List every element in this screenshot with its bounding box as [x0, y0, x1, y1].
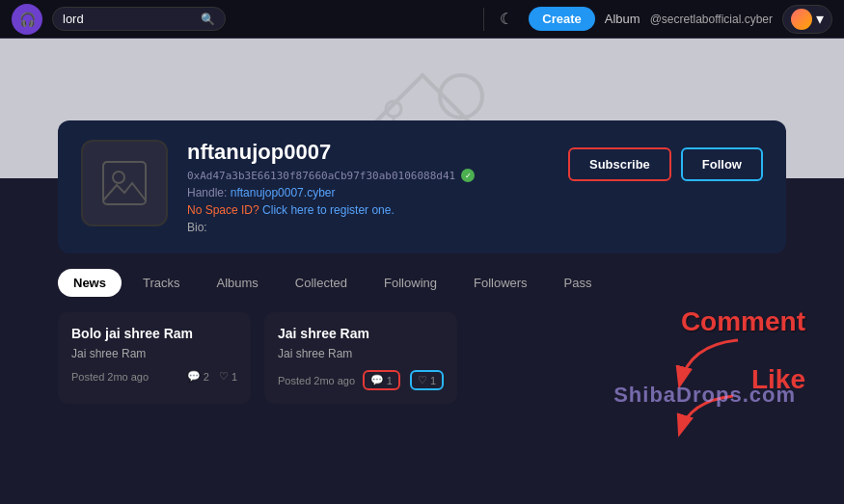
verified-icon: ✓ — [461, 169, 475, 182]
top-navigation: 🎧 🔍 ☾ Create Album @secretlabofficial.cy… — [0, 0, 844, 39]
space-register-link[interactable]: Click here to register one. — [262, 203, 395, 217]
track-posted: Posted 2mo ago — [71, 371, 149, 383]
tab-news[interactable]: News — [58, 269, 122, 297]
create-button[interactable]: Create — [529, 7, 594, 31]
comment-annotation: Comment — [681, 306, 805, 336]
search-box[interactable]: 🔍 — [52, 7, 226, 31]
follow-button[interactable]: Follow — [681, 147, 763, 181]
profile-avatar — [81, 140, 168, 226]
tabs-bar: News Tracks Albums Collected Following F… — [0, 253, 844, 297]
handle-link[interactable]: nftanujop0007.cyber — [231, 186, 336, 199]
search-icon: 🔍 — [201, 13, 215, 26]
svg-point-7 — [113, 172, 124, 183]
tab-followers[interactable]: Followers — [458, 269, 543, 297]
nav-divider — [483, 8, 484, 31]
tab-pass[interactable]: Pass — [549, 269, 608, 297]
track-title: Bolo jai shree Ram — [71, 326, 237, 341]
user-handle-display: @secretlabofficial.cyber — [650, 13, 773, 26]
profile-info: nftanujop0007 0xAd47a3b3E66130f87660aCb9… — [187, 140, 549, 234]
wallet-address: 0xAd47a3b3E66130f87660aCb97f30ab0106088d… — [187, 170, 455, 182]
track-description: Jai shree Ram — [71, 347, 237, 360]
profile-card: nftanujop0007 0xAd47a3b3E66130f87660aCb9… — [58, 120, 786, 253]
track-footer: Posted 2mo ago 💬 2 ♡ 1 — [71, 370, 237, 383]
tab-albums[interactable]: Albums — [202, 269, 274, 297]
track-card: Bolo jai shree Ram Jai shree Ram Posted … — [58, 312, 251, 404]
space-id-row: No Space ID? Click here to register one. — [187, 203, 549, 217]
subscribe-button[interactable]: Subscribe — [568, 147, 671, 181]
svg-rect-6 — [103, 162, 146, 204]
album-button[interactable]: Album — [605, 12, 640, 26]
bio-row: Bio: — [187, 221, 549, 234]
track-meta: 💬 1 ♡ 1 — [363, 370, 444, 390]
wallet-row: 0xAd47a3b3E66130f87660aCb97f30ab0106088d… — [187, 169, 549, 182]
search-input[interactable] — [63, 12, 195, 26]
track-meta: 💬 2 ♡ 1 — [187, 370, 237, 383]
user-avatar — [791, 9, 812, 30]
track-posted: Posted 2mo ago — [278, 375, 355, 386]
dark-mode-toggle[interactable]: ☾ — [494, 6, 519, 32]
tab-tracks[interactable]: Tracks — [127, 269, 196, 297]
profile-actions: Subscribe Follow — [568, 140, 763, 181]
like-highlighted-box[interactable]: ♡ 1 — [410, 370, 444, 390]
handle-row: Handle: nftanujop0007.cyber — [187, 186, 549, 199]
branding-watermark: ShibaDrops.com — [613, 383, 796, 408]
comment-count: 💬 2 — [187, 370, 209, 383]
user-avatar-dropdown[interactable]: ▾ — [782, 5, 832, 34]
like-count: ♡ 1 — [219, 370, 237, 383]
logo-icon[interactable]: 🎧 — [12, 4, 42, 35]
track-card: Jai shree Ram Jai shree Ram Posted 2mo a… — [264, 312, 457, 404]
tab-collected[interactable]: Collected — [280, 269, 363, 297]
comment-highlighted-box[interactable]: 💬 1 — [363, 370, 400, 390]
track-title: Jai shree Ram — [278, 326, 444, 341]
tab-following[interactable]: Following — [368, 269, 452, 297]
content-area: Bolo jai shree Ram Jai shree Ram Posted … — [0, 297, 844, 419]
profile-name: nftanujop0007 — [187, 140, 549, 165]
track-footer: Posted 2mo ago 💬 1 ♡ 1 — [278, 370, 444, 390]
track-description: Jai shree Ram — [278, 347, 444, 360]
